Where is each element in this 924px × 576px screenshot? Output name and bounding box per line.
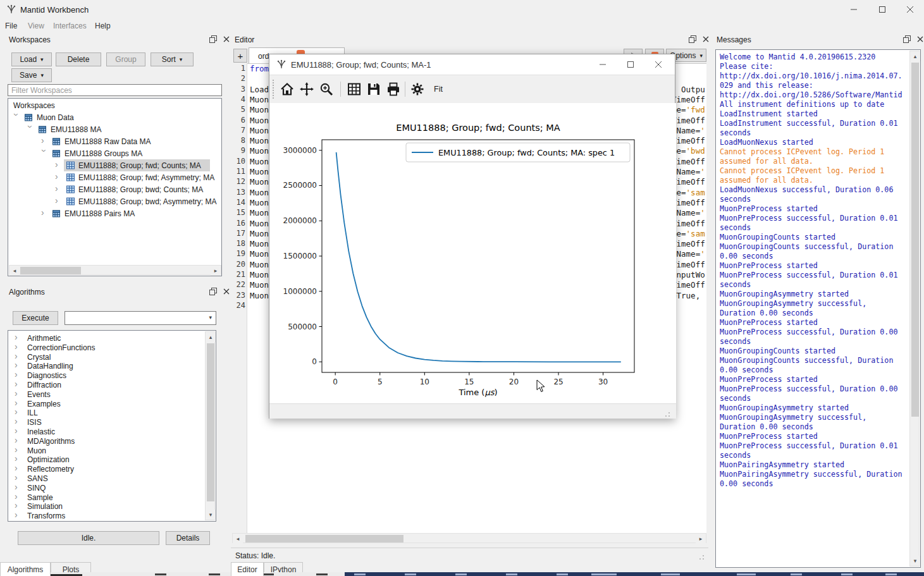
expand-chevron-icon[interactable]: › [15, 362, 21, 368]
expand-chevron-icon[interactable]: › [15, 455, 21, 462]
menu-view[interactable]: View [28, 21, 44, 30]
expand-chevron-icon[interactable]: › [15, 512, 21, 518]
menu-file[interactable]: File [5, 21, 17, 30]
execute-button[interactable]: Execute [13, 311, 58, 325]
menu-interfaces[interactable]: Interfaces [53, 21, 87, 30]
scroll-left-arrow[interactable]: ◂ [9, 266, 20, 276]
collapse-chevron-icon[interactable]: › [13, 113, 20, 119]
expand-chevron-icon[interactable]: › [55, 197, 61, 204]
tree-item[interactable]: ›EMU11888 Pairs MA [8, 209, 221, 221]
tree-item[interactable]: ›EMU11888; Group; fwd; Counts; MA [8, 161, 221, 173]
tab-editor[interactable]: Editor [231, 562, 264, 576]
expand-chevron-icon[interactable]: › [55, 161, 61, 168]
expand-chevron-icon[interactable]: › [15, 484, 21, 490]
close-dock-icon[interactable] [701, 35, 710, 44]
scrollbar-thumb[interactable] [911, 63, 919, 417]
close-button[interactable] [645, 54, 672, 75]
close-button[interactable] [896, 0, 924, 19]
scroll-down-arrow[interactable]: ▾ [910, 556, 920, 566]
float-dock-icon[interactable] [688, 35, 697, 44]
expand-chevron-icon[interactable]: › [15, 474, 21, 481]
print-button[interactable] [385, 80, 402, 98]
tree-item[interactable]: ›EMU11888; Group; bwd; Counts; MA [8, 185, 221, 197]
tree-item[interactable]: ›EMU11888; Group; bwd; Asymmetry; MA [8, 197, 221, 209]
scrollbar-thumb[interactable] [245, 535, 403, 542]
expand-chevron-icon[interactable]: › [15, 446, 21, 453]
filter-workspaces-input[interactable] [8, 84, 222, 96]
editor-hscrollbar[interactable]: ◂ ▸ [232, 533, 706, 543]
expand-chevron-icon[interactable]: › [15, 465, 21, 471]
maximize-button[interactable] [617, 54, 644, 75]
sort-button[interactable]: Sort▾ [151, 52, 194, 66]
expand-chevron-icon[interactable]: › [15, 502, 21, 508]
group-button[interactable]: Group [106, 52, 145, 66]
expand-chevron-icon[interactable]: › [15, 418, 21, 424]
menu-help[interactable]: Help [95, 21, 111, 30]
new-tab-button[interactable]: + [233, 49, 247, 63]
algorithm-search-combobox[interactable]: ▾ [65, 311, 216, 325]
float-dock-icon[interactable] [209, 35, 218, 44]
expand-chevron-icon[interactable]: › [41, 209, 47, 216]
scroll-right-arrow[interactable]: ▸ [211, 266, 221, 276]
save-figure-button[interactable] [365, 80, 383, 98]
home-button[interactable] [278, 80, 296, 98]
algorithm-category[interactable]: ›Transforms [8, 512, 216, 521]
tree-item[interactable]: ›EMU11888 Raw Data MA [8, 137, 221, 149]
zoom-button[interactable] [317, 80, 335, 98]
scroll-up-arrow[interactable]: ▴ [910, 51, 920, 61]
scroll-up-arrow[interactable]: ▴ [206, 332, 216, 342]
expand-chevron-icon[interactable]: › [15, 437, 21, 443]
float-dock-icon[interactable] [209, 287, 218, 296]
close-dock-icon[interactable] [916, 35, 924, 44]
toolbar-drag-handle[interactable] [273, 80, 274, 99]
details-button[interactable]: Details [166, 531, 210, 545]
expand-chevron-icon[interactable]: › [15, 371, 21, 377]
expand-chevron-icon[interactable]: › [15, 353, 21, 359]
resize-grip[interactable] [699, 553, 705, 562]
plot-figure-window[interactable]: EMU11888; Group; fwd; Counts; MA-1 Fit 0… [269, 54, 675, 419]
save-button[interactable]: Save▾ [11, 68, 52, 82]
expand-chevron-icon[interactable]: › [15, 427, 21, 434]
tree-item[interactable]: ›EMU11888; Group; fwd; Asymmetry; MA [8, 173, 221, 185]
expand-chevron-icon[interactable]: › [15, 390, 21, 396]
expand-chevron-icon[interactable]: › [15, 381, 21, 387]
expand-chevron-icon[interactable]: › [15, 334, 21, 340]
close-dock-icon[interactable] [222, 35, 231, 44]
expand-chevron-icon[interactable]: › [15, 408, 21, 415]
pan-button[interactable] [298, 80, 316, 98]
algorithms-vscrollbar[interactable]: ▴ ▾ [205, 331, 215, 520]
scrollbar-thumb[interactable] [207, 343, 214, 501]
scroll-down-arrow[interactable]: ▾ [206, 510, 216, 520]
subplots-button[interactable] [345, 80, 363, 98]
expand-chevron-icon[interactable]: › [41, 137, 47, 144]
collapse-chevron-icon[interactable]: › [41, 149, 47, 156]
close-dock-icon[interactable] [222, 287, 231, 296]
tree-item[interactable]: ›EMU11888 MA [8, 125, 221, 137]
resize-grip[interactable] [665, 410, 670, 419]
plot-canvas[interactable]: 0510152025300500000100000015000002000000… [269, 103, 676, 403]
messages-vscrollbar[interactable]: ▴ ▾ [909, 51, 920, 567]
expand-chevron-icon[interactable]: › [15, 400, 21, 406]
scrollbar-thumb[interactable] [20, 267, 81, 274]
combobox-dropdown-arrow[interactable]: ▾ [209, 314, 212, 321]
scroll-right-arrow[interactable]: ▸ [696, 534, 706, 544]
plot-window-titlebar[interactable]: EMU11888; Group; fwd; Counts; MA-1 [269, 54, 675, 75]
scroll-left-arrow[interactable]: ◂ [233, 534, 243, 544]
minimize-button[interactable] [839, 0, 868, 19]
load-button[interactable]: Load▾ [11, 52, 52, 66]
float-dock-icon[interactable] [902, 35, 911, 44]
algorithm-progress-button[interactable]: Idle. [18, 531, 159, 545]
maximize-button[interactable] [868, 0, 896, 19]
customize-button[interactable] [409, 80, 426, 98]
fit-button[interactable]: Fit [428, 80, 449, 98]
tree-item[interactable]: ›Muon Data [8, 113, 221, 125]
collapse-chevron-icon[interactable]: › [27, 125, 34, 132]
workspaces-hscrollbar[interactable]: ◂ ▸ [9, 265, 221, 275]
expand-chevron-icon[interactable]: › [55, 185, 61, 192]
expand-chevron-icon[interactable]: › [55, 173, 61, 180]
delete-button[interactable]: Delete [56, 52, 101, 66]
expand-chevron-icon[interactable]: › [15, 343, 21, 350]
expand-chevron-icon[interactable]: › [15, 493, 21, 499]
tab-algorithms[interactable]: Algorithms [0, 562, 51, 576]
minimize-button[interactable] [589, 54, 616, 75]
